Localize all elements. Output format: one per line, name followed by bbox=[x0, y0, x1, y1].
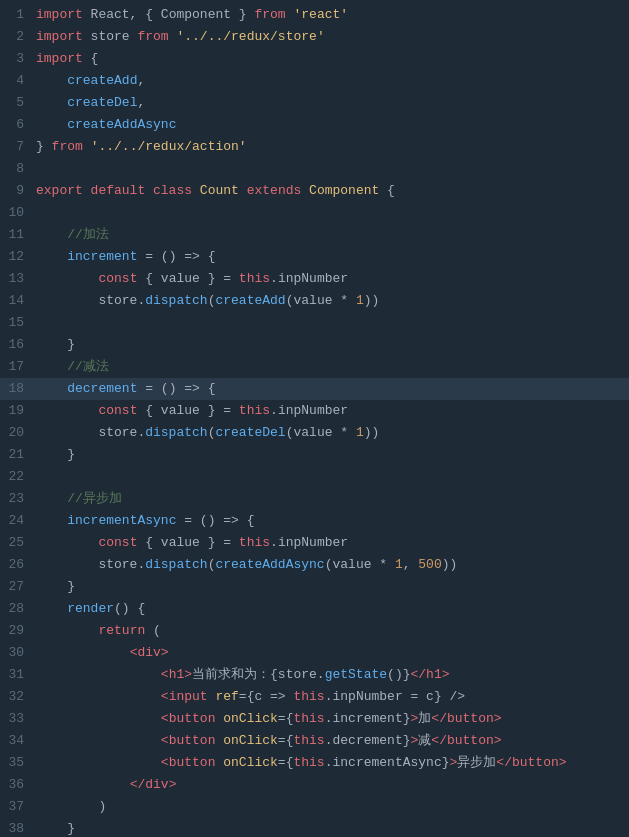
code-line: 18 decrement = () => { bbox=[0, 378, 629, 400]
code-line: 23 //异步加 bbox=[0, 488, 629, 510]
code-line: 3 import { bbox=[0, 48, 629, 70]
code-line: 9 export default class Count extends Com… bbox=[0, 180, 629, 202]
code-line: 6 createAddAsync bbox=[0, 114, 629, 136]
code-line: 38 } bbox=[0, 818, 629, 837]
code-line: 32 <input ref={c => this.inpNumber = c} … bbox=[0, 686, 629, 708]
code-line: 37 ) bbox=[0, 796, 629, 818]
code-line: 25 const { value } = this.inpNumber bbox=[0, 532, 629, 554]
code-line: 22 bbox=[0, 466, 629, 488]
code-line: 28 render() { bbox=[0, 598, 629, 620]
code-line: 16 } bbox=[0, 334, 629, 356]
code-line: 35 <button onClick={this.incrementAsync}… bbox=[0, 752, 629, 774]
code-line: 31 <h1>当前求和为：{store.getState()}</h1> bbox=[0, 664, 629, 686]
code-line: 5 createDel, bbox=[0, 92, 629, 114]
code-line: 15 bbox=[0, 312, 629, 334]
code-line: 13 const { value } = this.inpNumber bbox=[0, 268, 629, 290]
code-line: 21 } bbox=[0, 444, 629, 466]
code-line: 7 } from '../../redux/action' bbox=[0, 136, 629, 158]
code-line: 29 return ( bbox=[0, 620, 629, 642]
code-editor: 1 import React, { Component } from 'reac… bbox=[0, 0, 629, 837]
code-line: 11 //加法 bbox=[0, 224, 629, 246]
code-line: 14 store.dispatch(createAdd(value * 1)) bbox=[0, 290, 629, 312]
code-line: 24 incrementAsync = () => { bbox=[0, 510, 629, 532]
code-line: 26 store.dispatch(createAddAsync(value *… bbox=[0, 554, 629, 576]
code-line: 27 } bbox=[0, 576, 629, 598]
code-line: 36 </div> bbox=[0, 774, 629, 796]
code-line: 10 bbox=[0, 202, 629, 224]
code-line: 2 import store from '../../redux/store' bbox=[0, 26, 629, 48]
code-line: 20 store.dispatch(createDel(value * 1)) bbox=[0, 422, 629, 444]
code-line: 12 increment = () => { bbox=[0, 246, 629, 268]
code-line: 30 <div> bbox=[0, 642, 629, 664]
code-line: 4 createAdd, bbox=[0, 70, 629, 92]
code-line: 33 <button onClick={this.increment}>加</b… bbox=[0, 708, 629, 730]
code-line: 8 bbox=[0, 158, 629, 180]
code-line: 1 import React, { Component } from 'reac… bbox=[0, 4, 629, 26]
code-line: 19 const { value } = this.inpNumber bbox=[0, 400, 629, 422]
code-line: 17 //减法 bbox=[0, 356, 629, 378]
code-line: 34 <button onClick={this.decrement}>减</b… bbox=[0, 730, 629, 752]
